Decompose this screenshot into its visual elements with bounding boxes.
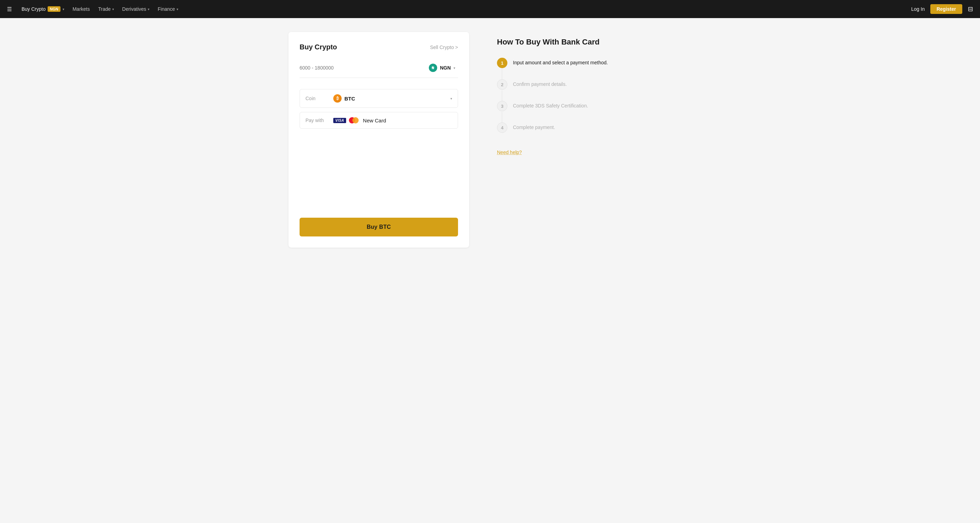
step-3-text: Complete 3DS Safety Certification. — [513, 101, 588, 108]
derivatives-chevron: ▾ — [148, 7, 150, 11]
trade-label: Trade — [99, 6, 111, 12]
buy-btn-container: Buy BTC — [299, 218, 458, 236]
currency-selector[interactable]: ₦ NGN ▾ — [426, 62, 458, 73]
step-3: 3 Complete 3DS Safety Certification. — [497, 101, 692, 123]
steps-list: 1 Input amount and select a payment meth… — [497, 58, 692, 144]
markets-label: Markets — [73, 6, 90, 12]
coin-value: ₿ BTC — [333, 94, 450, 103]
amount-section: ₦ NGN ▾ — [299, 62, 458, 81]
card-title: Buy Crypto — [299, 43, 337, 51]
new-card-text: New Card — [363, 118, 386, 123]
pay-with-value: VISA New Card — [333, 117, 452, 123]
step-4-number: 4 — [501, 125, 503, 131]
trade-nav-item[interactable]: Trade ▾ — [99, 6, 114, 12]
register-button[interactable]: Register — [930, 4, 962, 14]
step-2: 2 Confirm payment details. — [497, 79, 692, 101]
visa-logo: VISA — [333, 118, 346, 123]
navbar-right: Log In Register ⊟ — [911, 4, 973, 14]
ngn-badge: NGN — [48, 6, 60, 12]
mastercard-icon — [349, 117, 359, 123]
pay-with-selector[interactable]: Pay with VISA New Card — [299, 112, 458, 129]
markets-nav-item[interactable]: Markets — [73, 6, 90, 12]
currency-label: NGN — [440, 65, 451, 70]
step-4-circle: 4 — [497, 123, 508, 133]
pay-with-label: Pay with — [305, 118, 333, 123]
btc-icon: ₿ — [333, 94, 342, 103]
derivatives-nav-item[interactable]: Derivatives ▾ — [123, 6, 150, 12]
finance-label: Finance — [158, 6, 175, 12]
navbar: ☰ Buy Crypto NGN ▾ Markets Trade ▾ Deriv… — [0, 0, 980, 18]
finance-nav-item[interactable]: Finance ▾ — [158, 6, 178, 12]
ngn-symbol: ₦ — [432, 66, 434, 70]
step-1-number: 1 — [501, 61, 503, 66]
buy-crypto-chevron: ▾ — [62, 7, 64, 11]
finance-chevron: ▾ — [177, 7, 178, 11]
buy-crypto-nav-label: Buy Crypto — [22, 6, 46, 12]
buy-crypto-nav-item[interactable]: Buy Crypto NGN ▾ — [22, 6, 64, 12]
buy-button[interactable]: Buy BTC — [299, 218, 458, 236]
how-to-title: How To Buy With Bank Card — [497, 38, 692, 46]
main-content: Buy Crypto Sell Crypto > ₦ NGN ▾ Coin — [247, 18, 733, 262]
selector-group: Coin ₿ BTC ▾ Pay with VISA — [299, 89, 458, 129]
navbar-left: ☰ Buy Crypto NGN ▾ Markets Trade ▾ Deriv… — [7, 6, 903, 13]
buy-crypto-card: Buy Crypto Sell Crypto > ₦ NGN ▾ Coin — [288, 32, 469, 247]
derivatives-label: Derivatives — [123, 6, 146, 12]
sell-crypto-link[interactable]: Sell Crypto > — [430, 45, 458, 50]
step-2-text: Confirm payment details. — [513, 79, 567, 87]
login-button[interactable]: Log In — [911, 6, 925, 12]
hamburger-icon[interactable]: ☰ — [7, 6, 12, 13]
amount-input[interactable] — [299, 65, 426, 70]
amount-input-row: ₦ NGN ▾ — [299, 62, 458, 78]
step-4-text: Complete payment. — [513, 123, 555, 130]
ngn-icon: ₦ — [429, 64, 437, 72]
how-to-panel: How To Buy With Bank Card 1 Input amount… — [497, 32, 692, 247]
coin-label: Coin — [305, 96, 333, 101]
coin-chevron: ▾ — [450, 97, 452, 100]
trade-chevron: ▾ — [112, 7, 114, 11]
step-2-circle: 2 — [497, 79, 508, 90]
btc-symbol: ₿ — [336, 96, 339, 101]
need-help-link[interactable]: Need help? — [497, 150, 522, 155]
mastercard-right-circle — [352, 117, 359, 123]
step-1-circle: 1 — [497, 58, 508, 68]
card-header: Buy Crypto Sell Crypto > — [299, 43, 458, 51]
step-4: 4 Complete payment. — [497, 123, 692, 144]
step-3-number: 3 — [501, 104, 503, 109]
wallet-icon[interactable]: ⊟ — [968, 5, 973, 13]
coin-name: BTC — [344, 96, 355, 102]
step-3-circle: 3 — [497, 101, 508, 111]
coin-selector[interactable]: Coin ₿ BTC ▾ — [299, 89, 458, 108]
step-1-text: Input amount and select a payment method… — [513, 58, 608, 65]
step-1: 1 Input amount and select a payment meth… — [497, 58, 692, 79]
currency-chevron: ▾ — [453, 66, 455, 70]
step-2-number: 2 — [501, 82, 503, 87]
